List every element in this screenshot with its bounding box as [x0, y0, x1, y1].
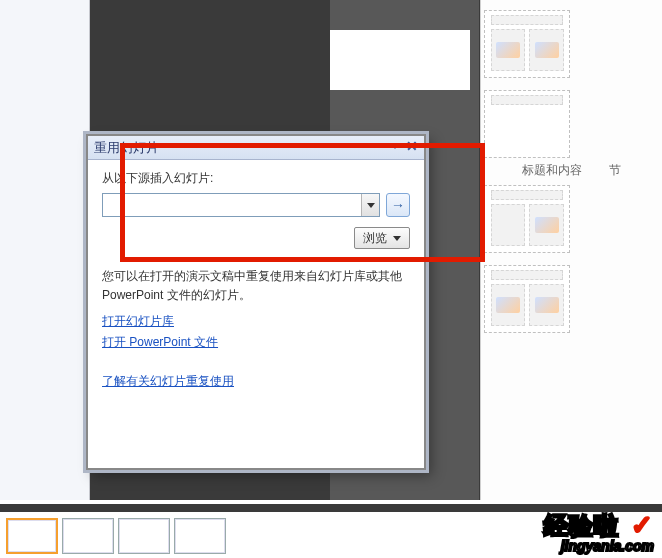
reuse-slides-task-pane: 重用幻灯片 ✕ 从以下源插入幻灯片: → 浏览 您可以在打开的演示文稿中重复使用…	[86, 134, 426, 470]
layout-tile[interactable]	[484, 90, 570, 158]
taskbar-thumb[interactable]	[62, 518, 114, 554]
task-pane-header: 重用幻灯片 ✕	[88, 136, 424, 160]
watermark-name: 经验啦	[544, 512, 619, 539]
layout-tile[interactable]	[484, 185, 570, 253]
taskbar-thumbnails	[6, 518, 226, 554]
task-pane-menu-dropdown[interactable]	[390, 143, 400, 149]
task-pane-body: 从以下源插入幻灯片: → 浏览 您可以在打开的演示文稿中重复使用来自幻灯片库或其…	[88, 160, 424, 468]
browse-button-label: 浏览	[363, 230, 387, 247]
browse-button[interactable]: 浏览	[354, 227, 410, 249]
description-text: 您可以在打开的演示文稿中重复使用来自幻灯片库或其他 PowerPoint 文件的…	[102, 267, 410, 305]
taskbar-thumb[interactable]	[118, 518, 170, 554]
content-placeholder-icon	[496, 42, 520, 58]
content-placeholder-icon	[535, 297, 559, 313]
source-combobox[interactable]	[102, 193, 380, 217]
taskbar-thumb[interactable]	[6, 518, 58, 554]
watermark-domain: jingyanla.com	[544, 538, 654, 554]
check-icon: ✓	[631, 510, 654, 540]
content-placeholder-icon	[496, 297, 520, 313]
ribbon-panel	[330, 30, 470, 90]
content-placeholder-icon	[535, 42, 559, 58]
chevron-down-icon[interactable]	[361, 194, 379, 216]
learn-more-link[interactable]: 了解有关幻灯片重复使用	[102, 373, 234, 390]
task-pane-title: 重用幻灯片	[94, 139, 159, 157]
taskbar-thumb[interactable]	[174, 518, 226, 554]
slide-layout-gallery: 标题和内容 节	[480, 0, 662, 500]
open-slide-library-link[interactable]: 打开幻灯片库	[102, 313, 174, 330]
watermark: 经验啦 ✓ jingyanla.com	[544, 510, 654, 554]
go-button[interactable]: →	[386, 193, 410, 217]
layout-caption: 标题和内容 节	[483, 162, 660, 179]
layout-tile[interactable]	[484, 265, 570, 333]
insert-from-label: 从以下源插入幻灯片:	[102, 170, 410, 187]
source-input[interactable]	[103, 194, 361, 216]
open-powerpoint-file-link[interactable]: 打开 PowerPoint 文件	[102, 334, 218, 351]
content-placeholder-icon	[535, 217, 559, 233]
close-icon[interactable]: ✕	[406, 140, 418, 152]
thumbnail-rail	[0, 0, 90, 500]
layout-tile[interactable]	[484, 10, 570, 78]
